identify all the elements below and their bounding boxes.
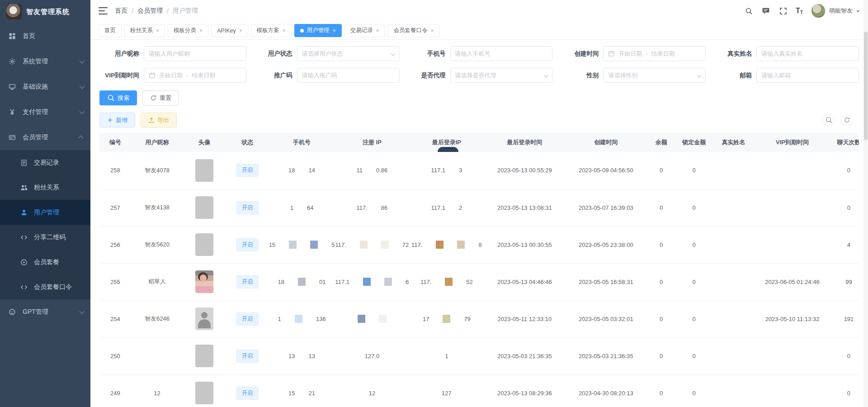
phone-input[interactable] bbox=[450, 46, 553, 61]
is-agent-select[interactable]: 请选择是否代理 bbox=[450, 68, 553, 83]
value-fragment: 12 bbox=[369, 390, 375, 397]
cell-last-ip: 1779 bbox=[409, 300, 484, 337]
sidebar-collapse-icon[interactable] bbox=[99, 7, 108, 14]
vip-range-daterange[interactable]: 开始日期-结束日期 bbox=[144, 68, 246, 83]
cell-balance: 0 bbox=[646, 337, 676, 374]
nickname-input-field[interactable] bbox=[149, 50, 241, 57]
table-refresh-icon[interactable] bbox=[841, 114, 853, 126]
value-fragment: 5 bbox=[331, 241, 335, 248]
tab-template-plan[interactable]: 模板方案× bbox=[251, 24, 292, 37]
filter-field-gender: 性别请选择性别 bbox=[559, 68, 706, 83]
table-row[interactable]: 255稻草人开启1801117.16117.522023-05-13 04:46… bbox=[99, 263, 859, 300]
redacted-value: 1136 bbox=[269, 315, 335, 323]
table-row[interactable]: 256智友5620开启155117.72117.82023-05-13 00:3… bbox=[99, 226, 859, 263]
sidebar-item-gpt[interactable]: GPT管理 bbox=[0, 299, 90, 325]
realname-input-field[interactable] bbox=[761, 50, 854, 57]
range-separator: - bbox=[646, 50, 647, 57]
sidebar-item-share-qrcode[interactable]: 分享二维码 bbox=[0, 225, 90, 250]
redacted-value: 12 bbox=[335, 390, 409, 397]
close-icon[interactable]: × bbox=[283, 28, 286, 33]
font-size-icon[interactable]: TT bbox=[796, 7, 803, 15]
value-fragment: 17 bbox=[423, 316, 429, 322]
redacted-value: 1801 bbox=[269, 278, 335, 286]
user-avatar bbox=[811, 4, 826, 18]
close-icon[interactable]: × bbox=[239, 28, 242, 33]
breadcrumb-member[interactable]: 会员管理 bbox=[137, 7, 163, 15]
message-icon[interactable] bbox=[761, 6, 770, 15]
cell-vip-expire bbox=[755, 189, 830, 226]
email-input[interactable] bbox=[756, 68, 859, 83]
sidebar-item-packages[interactable]: 会员套餐 bbox=[0, 250, 90, 274]
chevron-down-icon bbox=[697, 73, 702, 78]
tab-home[interactable]: 首页 bbox=[99, 24, 122, 37]
sidebar-item-home[interactable]: 首页 bbox=[0, 24, 90, 49]
redacted-value: 1 bbox=[409, 353, 484, 360]
tab-transaction-records[interactable]: 交易记录× bbox=[344, 24, 385, 37]
value-fragment: 117.1 bbox=[431, 167, 445, 174]
sidebar-item-basic[interactable]: 基础设施 bbox=[0, 74, 90, 99]
close-icon[interactable]: × bbox=[333, 28, 336, 33]
tab-user-management[interactable]: 用户管理× bbox=[294, 24, 342, 37]
tab-template-category[interactable]: 模板分类× bbox=[168, 24, 208, 37]
chevron-down-icon bbox=[856, 10, 860, 13]
table-row[interactable]: 24912开启1521121272023-05-13 08:29:362023-… bbox=[99, 374, 859, 407]
tab-apikey[interactable]: APIKey× bbox=[211, 24, 248, 37]
close-icon[interactable]: × bbox=[431, 28, 434, 33]
chevron-down-icon bbox=[80, 109, 85, 114]
window-scrollbar[interactable] bbox=[863, 0, 868, 407]
sidebar-item-label: 基础设施 bbox=[23, 83, 48, 91]
email-input-field[interactable] bbox=[761, 72, 854, 79]
sidebar-item-payment[interactable]: 支付管理 bbox=[0, 99, 90, 125]
table-search-icon[interactable] bbox=[823, 114, 835, 126]
table-row[interactable]: 254智友6246开启113617792023-05-11 12:33:1020… bbox=[99, 300, 859, 337]
close-icon[interactable]: × bbox=[156, 28, 159, 33]
search-icon[interactable] bbox=[744, 6, 753, 15]
sidebar-item-transactions[interactable]: 交易记录 bbox=[0, 150, 90, 175]
value-fragment: 117.1 bbox=[431, 204, 445, 211]
sidebar-item-fans[interactable]: 粉丝关系 bbox=[0, 175, 90, 200]
fullscreen-icon[interactable] bbox=[778, 6, 788, 15]
table-row[interactable]: 257智友4138开启164117.86117.122023-05-13 13:… bbox=[99, 189, 859, 226]
sidebar-item-package-codes[interactable]: 会员套餐口令 bbox=[0, 274, 90, 299]
cell-avatar bbox=[183, 189, 226, 226]
table-row[interactable]: 258智友4078开启1814110.86117.132023-05-13 00… bbox=[99, 152, 859, 189]
sidebar-item-system[interactable]: 系统管理 bbox=[0, 49, 90, 74]
nickname-input[interactable] bbox=[144, 46, 246, 61]
cell-locked: 0 bbox=[676, 374, 712, 407]
status-select[interactable]: 请选择用户状态 bbox=[297, 46, 400, 61]
column-header: 真实姓名 bbox=[712, 133, 755, 152]
scrollbar-thumb[interactable] bbox=[864, 32, 868, 140]
cell-chats: 0 bbox=[830, 152, 859, 189]
table-row[interactable]: 250开启1313127.012023-05-03 21:36:352023-0… bbox=[99, 337, 859, 374]
table-header-row: 编号用户昵称头像状态手机号注册 IP最后登录IP最后登录时间创建时间余额锁定金额… bbox=[99, 133, 859, 152]
tab-fans-relation[interactable]: 粉丝关系× bbox=[124, 24, 165, 37]
tab-package-code[interactable]: 会员套餐口令× bbox=[388, 24, 440, 37]
export-button[interactable]: 导出 bbox=[141, 113, 177, 128]
cell-status: 开启 bbox=[226, 263, 269, 300]
close-icon[interactable]: × bbox=[199, 28, 203, 33]
cell-id: 256 bbox=[99, 226, 131, 263]
sidebar-item-member[interactable]: 会员管理 bbox=[0, 125, 90, 150]
cell-realname bbox=[712, 337, 755, 374]
search-button[interactable]: 搜索 bbox=[99, 90, 137, 105]
sidebar-item-users[interactable]: 用户管理 bbox=[0, 200, 90, 225]
close-icon[interactable]: × bbox=[376, 28, 379, 33]
person-icon bbox=[20, 208, 28, 216]
breadcrumb-home[interactable]: 首页 bbox=[115, 7, 127, 15]
redacted-value: 110.86 bbox=[335, 167, 409, 174]
add-button[interactable]: 新增 bbox=[99, 113, 135, 128]
promo-code-input-field[interactable] bbox=[302, 72, 395, 79]
reset-button[interactable]: 重置 bbox=[142, 90, 179, 105]
value-fragment: 79 bbox=[464, 316, 470, 322]
breadcrumb-current: 用户管理 bbox=[173, 7, 198, 15]
app-logo-image bbox=[6, 4, 22, 19]
chevron-up-icon bbox=[78, 136, 83, 141]
user-menu[interactable]: 萌能智友 bbox=[811, 4, 860, 18]
phone-input-field[interactable] bbox=[455, 50, 548, 57]
created-range-daterange[interactable]: 开始日期-结束日期 bbox=[603, 46, 706, 61]
promo-code-input[interactable] bbox=[297, 68, 400, 83]
cell-balance: 0 bbox=[646, 300, 676, 337]
gender-select[interactable]: 请选择性别 bbox=[603, 68, 706, 83]
realname-input[interactable] bbox=[756, 46, 859, 61]
tab-label: 粉丝关系 bbox=[130, 27, 153, 34]
